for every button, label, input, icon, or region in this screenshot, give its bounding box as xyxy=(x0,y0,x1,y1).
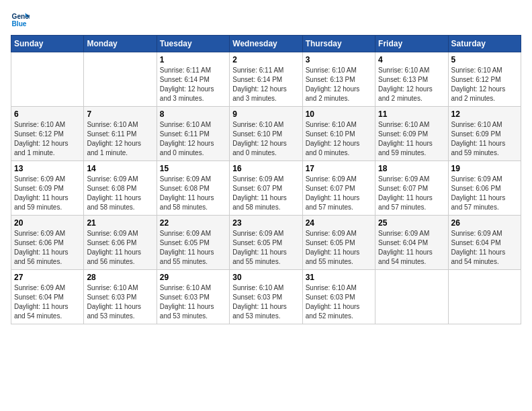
day-info: Sunrise: 6:09 AMSunset: 6:05 PMDaylight:… xyxy=(232,229,299,267)
calendar-week-5: 27Sunrise: 6:09 AMSunset: 6:04 PMDayligh… xyxy=(11,270,521,324)
day-number: 22 xyxy=(160,218,226,228)
day-info: Sunrise: 6:10 AMSunset: 6:13 PMDaylight:… xyxy=(306,66,372,103)
day-number: 16 xyxy=(232,164,299,173)
day-info: Sunrise: 6:10 AMSunset: 6:03 PMDaylight:… xyxy=(306,283,372,321)
day-info: Sunrise: 6:09 AMSunset: 6:09 PMDaylight:… xyxy=(14,175,81,212)
calendar-cell: 27Sunrise: 6:09 AMSunset: 6:04 PMDayligh… xyxy=(11,270,84,324)
calendar-cell: 25Sunrise: 6:09 AMSunset: 6:04 PMDayligh… xyxy=(375,216,448,270)
day-number: 18 xyxy=(378,164,445,173)
calendar-cell: 4Sunrise: 6:10 AMSunset: 6:13 PMDaylight… xyxy=(375,52,448,107)
day-number: 28 xyxy=(87,273,153,282)
day-info: Sunrise: 6:10 AMSunset: 6:09 PMDaylight:… xyxy=(378,120,445,158)
weekday-header-thursday: Thursday xyxy=(302,36,375,52)
calendar-cell: 26Sunrise: 6:09 AMSunset: 6:04 PMDayligh… xyxy=(448,216,521,270)
weekday-header-friday: Friday xyxy=(375,36,448,52)
calendar-cell: 10Sunrise: 6:10 AMSunset: 6:10 PMDayligh… xyxy=(302,107,375,161)
calendar-cell: 28Sunrise: 6:10 AMSunset: 6:03 PMDayligh… xyxy=(84,270,157,324)
calendar-week-3: 13Sunrise: 6:09 AMSunset: 6:09 PMDayligh… xyxy=(11,161,521,216)
day-number: 2 xyxy=(232,55,299,64)
day-info: Sunrise: 6:09 AMSunset: 6:07 PMDaylight:… xyxy=(378,175,445,212)
calendar-cell: 29Sunrise: 6:10 AMSunset: 6:03 PMDayligh… xyxy=(157,270,229,324)
day-info: Sunrise: 6:10 AMSunset: 6:10 PMDaylight:… xyxy=(232,120,299,158)
day-info: Sunrise: 6:09 AMSunset: 6:04 PMDaylight:… xyxy=(14,283,81,321)
calendar-cell: 13Sunrise: 6:09 AMSunset: 6:09 PMDayligh… xyxy=(11,161,84,216)
weekday-header-monday: Monday xyxy=(84,36,157,52)
calendar-cell: 30Sunrise: 6:10 AMSunset: 6:03 PMDayligh… xyxy=(230,270,302,324)
calendar-cell: 11Sunrise: 6:10 AMSunset: 6:09 PMDayligh… xyxy=(375,107,448,161)
calendar-cell: 14Sunrise: 6:09 AMSunset: 6:08 PMDayligh… xyxy=(84,161,157,216)
day-number: 6 xyxy=(14,109,81,119)
calendar-cell: 22Sunrise: 6:09 AMSunset: 6:05 PMDayligh… xyxy=(157,216,229,270)
day-number: 15 xyxy=(160,164,226,173)
day-info: Sunrise: 6:10 AMSunset: 6:03 PMDaylight:… xyxy=(232,283,299,321)
day-number: 10 xyxy=(306,109,372,119)
day-info: Sunrise: 6:09 AMSunset: 6:04 PMDaylight:… xyxy=(451,229,518,267)
calendar-cell: 21Sunrise: 6:09 AMSunset: 6:06 PMDayligh… xyxy=(84,216,157,270)
weekday-header-wednesday: Wednesday xyxy=(230,36,302,52)
day-info: Sunrise: 6:09 AMSunset: 6:08 PMDaylight:… xyxy=(87,175,153,212)
calendar-cell: 24Sunrise: 6:09 AMSunset: 6:05 PMDayligh… xyxy=(302,216,375,270)
calendar-cell: 16Sunrise: 6:09 AMSunset: 6:07 PMDayligh… xyxy=(230,161,302,216)
calendar-cell: 20Sunrise: 6:09 AMSunset: 6:06 PMDayligh… xyxy=(11,216,84,270)
day-number: 4 xyxy=(378,55,445,64)
weekday-header-saturday: Saturday xyxy=(448,36,521,52)
day-number: 11 xyxy=(378,109,445,119)
day-number: 20 xyxy=(14,218,81,228)
day-info: Sunrise: 6:10 AMSunset: 6:03 PMDaylight:… xyxy=(160,283,226,321)
calendar-cell: 1Sunrise: 6:11 AMSunset: 6:14 PMDaylight… xyxy=(157,52,229,107)
day-number: 30 xyxy=(232,273,299,282)
day-info: Sunrise: 6:10 AMSunset: 6:11 PMDaylight:… xyxy=(87,120,153,158)
day-number: 25 xyxy=(378,218,445,228)
calendar-cell: 17Sunrise: 6:09 AMSunset: 6:07 PMDayligh… xyxy=(302,161,375,216)
calendar-table: SundayMondayTuesdayWednesdayThursdayFrid… xyxy=(11,35,521,324)
day-number: 29 xyxy=(160,273,226,282)
calendar-cell: 5Sunrise: 6:10 AMSunset: 6:12 PMDaylight… xyxy=(448,52,521,107)
calendar-cell xyxy=(11,52,84,107)
calendar-cell: 9Sunrise: 6:10 AMSunset: 6:10 PMDaylight… xyxy=(230,107,302,161)
page-header: General Blue xyxy=(11,11,521,30)
calendar-cell: 8Sunrise: 6:10 AMSunset: 6:11 PMDaylight… xyxy=(157,107,229,161)
calendar-week-2: 6Sunrise: 6:10 AMSunset: 6:12 PMDaylight… xyxy=(11,107,521,161)
day-number: 8 xyxy=(160,109,226,119)
day-info: Sunrise: 6:11 AMSunset: 6:14 PMDaylight:… xyxy=(232,66,299,103)
calendar-cell: 2Sunrise: 6:11 AMSunset: 6:14 PMDaylight… xyxy=(230,52,302,107)
day-number: 17 xyxy=(306,164,372,173)
calendar-cell: 23Sunrise: 6:09 AMSunset: 6:05 PMDayligh… xyxy=(230,216,302,270)
day-number: 26 xyxy=(451,218,518,228)
day-number: 5 xyxy=(451,55,518,64)
logo-icon: General Blue xyxy=(11,11,30,30)
day-info: Sunrise: 6:10 AMSunset: 6:12 PMDaylight:… xyxy=(14,120,81,158)
svg-text:Blue: Blue xyxy=(12,20,27,28)
day-number: 3 xyxy=(306,55,372,64)
day-number: 7 xyxy=(87,109,153,119)
day-number: 12 xyxy=(451,109,518,119)
day-info: Sunrise: 6:09 AMSunset: 6:04 PMDaylight:… xyxy=(378,229,445,267)
day-number: 31 xyxy=(306,273,372,282)
day-info: Sunrise: 6:09 AMSunset: 6:06 PMDaylight:… xyxy=(451,175,518,212)
calendar-cell: 12Sunrise: 6:10 AMSunset: 6:09 PMDayligh… xyxy=(448,107,521,161)
calendar-body: 1Sunrise: 6:11 AMSunset: 6:14 PMDaylight… xyxy=(11,52,521,324)
day-number: 27 xyxy=(14,273,81,282)
day-info: Sunrise: 6:09 AMSunset: 6:06 PMDaylight:… xyxy=(87,229,153,267)
weekday-header-sunday: Sunday xyxy=(11,36,84,52)
day-info: Sunrise: 6:09 AMSunset: 6:05 PMDaylight:… xyxy=(160,229,226,267)
calendar-cell: 3Sunrise: 6:10 AMSunset: 6:13 PMDaylight… xyxy=(302,52,375,107)
day-number: 24 xyxy=(306,218,372,228)
calendar-cell: 18Sunrise: 6:09 AMSunset: 6:07 PMDayligh… xyxy=(375,161,448,216)
day-number: 21 xyxy=(87,218,153,228)
day-info: Sunrise: 6:09 AMSunset: 6:07 PMDaylight:… xyxy=(232,175,299,212)
calendar-week-4: 20Sunrise: 6:09 AMSunset: 6:06 PMDayligh… xyxy=(11,216,521,270)
calendar-cell xyxy=(448,270,521,324)
day-info: Sunrise: 6:09 AMSunset: 6:06 PMDaylight:… xyxy=(14,229,81,267)
day-info: Sunrise: 6:10 AMSunset: 6:10 PMDaylight:… xyxy=(306,120,372,158)
calendar-cell: 7Sunrise: 6:10 AMSunset: 6:11 PMDaylight… xyxy=(84,107,157,161)
day-info: Sunrise: 6:09 AMSunset: 6:05 PMDaylight:… xyxy=(306,229,372,267)
day-info: Sunrise: 6:10 AMSunset: 6:13 PMDaylight:… xyxy=(378,66,445,103)
calendar-week-1: 1Sunrise: 6:11 AMSunset: 6:14 PMDaylight… xyxy=(11,52,521,107)
day-info: Sunrise: 6:09 AMSunset: 6:08 PMDaylight:… xyxy=(160,175,226,212)
day-info: Sunrise: 6:10 AMSunset: 6:03 PMDaylight:… xyxy=(87,283,153,321)
logo: General Blue xyxy=(11,11,32,30)
day-info: Sunrise: 6:10 AMSunset: 6:09 PMDaylight:… xyxy=(451,120,518,158)
day-number: 19 xyxy=(451,164,518,173)
weekday-header-tuesday: Tuesday xyxy=(157,36,229,52)
